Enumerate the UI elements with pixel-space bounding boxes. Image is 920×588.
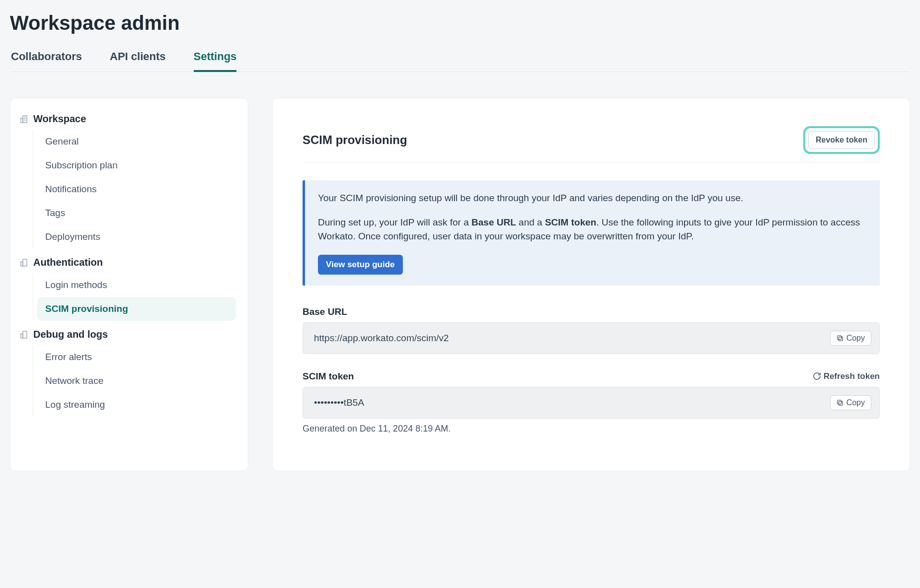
scim-token-value-box: •••••••••tB5A Copy [303,387,880,419]
copy-icon [837,399,843,406]
base-url-value-box: https://app.workato.com/scim/v2 Copy [303,322,880,354]
copy-scim-token-button[interactable]: Copy [830,395,871,410]
scim-token-label: SCIM token [303,371,354,382]
sidebar-item-scim-provisioning[interactable]: SCIM provisioning [37,297,236,321]
copy-icon [837,335,843,342]
side-section-authentication: Authentication [19,254,236,273]
copy-scim-token-label: Copy [846,398,865,407]
bug-icon [19,330,28,339]
sidebar-item-login-methods[interactable]: Login methods [37,273,236,297]
base-url-value: https://app.workato.com/scim/v2 [314,333,449,344]
svg-rect-9 [839,337,843,341]
copy-base-url-label: Copy [846,334,865,343]
base-url-label: Base URL [303,306,347,317]
building-icon [19,115,28,124]
token-generated-note: Generated on Dec 11, 2024 8:19 AM. [303,424,880,434]
svg-rect-11 [839,401,843,405]
sidebar-item-deployments[interactable]: Deployments [37,225,236,249]
sidebar-item-notifications[interactable]: Notifications [37,177,236,201]
svg-rect-0 [23,116,27,123]
svg-rect-5 [23,259,27,266]
refresh-token-label: Refresh token [824,371,880,381]
info-p2-bold1: Base URL [471,217,516,227]
info-box: Your SCIM provisioning setup will be don… [303,180,880,286]
svg-rect-10 [837,335,841,339]
sidebar-item-general[interactable]: General [37,130,236,153]
page-title: Workspace admin [10,0,910,50]
svg-rect-12 [837,400,841,404]
sidebar-item-network-trace[interactable]: Network trace [37,369,236,393]
info-paragraph-1: Your SCIM provisioning setup will be don… [318,191,867,206]
side-section-authentication-label: Authentication [33,257,103,268]
info-paragraph-2: During set up, your IdP will ask for a B… [318,216,867,244]
tab-bar: Collaborators API clients Settings [10,50,910,72]
settings-sidebar: Workspace General Subscription plan Noti… [10,98,248,471]
key-icon [19,258,28,267]
info-p2-bold2: SCIM token [545,217,596,227]
tab-api-clients[interactable]: API clients [110,50,165,72]
panel-title: SCIM provisioning [303,133,407,147]
side-section-debug-logs-label: Debug and logs [33,329,108,340]
sidebar-item-subscription-plan[interactable]: Subscription plan [37,153,236,177]
sidebar-item-tags[interactable]: Tags [37,201,236,225]
svg-rect-6 [21,262,23,266]
tab-settings[interactable]: Settings [194,50,237,72]
info-p2-prefix: During set up, your IdP will ask for a [318,217,471,227]
svg-rect-8 [21,334,23,338]
side-section-workspace-label: Workspace [33,113,86,125]
refresh-token-link[interactable]: Refresh token [813,371,880,381]
tab-collaborators[interactable]: Collaborators [11,50,82,72]
sidebar-item-error-alerts[interactable]: Error alerts [37,345,236,369]
sidebar-item-log-streaming[interactable]: Log streaming [37,393,236,417]
side-section-workspace: Workspace [19,110,236,130]
svg-rect-1 [21,118,23,123]
scim-token-value: •••••••••tB5A [314,397,364,408]
side-section-debug-logs: Debug and logs [19,326,236,345]
revoke-token-button[interactable]: Revoke token [808,131,875,149]
refresh-icon [813,372,821,380]
svg-rect-7 [23,331,27,338]
copy-base-url-button[interactable]: Copy [830,331,871,346]
scim-panel: SCIM provisioning Revoke token Your SCIM… [272,98,910,471]
revoke-token-highlight: Revoke token [803,126,880,154]
view-setup-guide-button[interactable]: View setup guide [318,255,403,275]
info-p2-mid: and a [516,217,545,227]
